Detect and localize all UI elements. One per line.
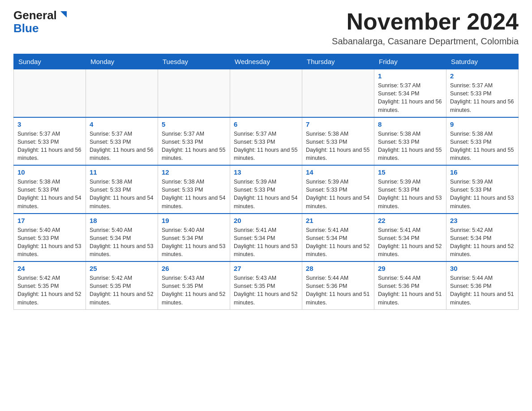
svg-marker-0: [60, 11, 67, 17]
calendar-cell: 27Sunrise: 5:43 AMSunset: 5:35 PMDayligh…: [230, 261, 302, 309]
day-number: 28: [306, 265, 370, 272]
calendar-cell: 3Sunrise: 5:37 AMSunset: 5:33 PMDaylight…: [14, 117, 86, 166]
calendar-cell: 2Sunrise: 5:37 AMSunset: 5:33 PMDaylight…: [446, 69, 519, 117]
day-number: 18: [90, 217, 154, 224]
day-of-week-header: Saturday: [446, 54, 519, 69]
calendar-cell: 23Sunrise: 5:42 AMSunset: 5:34 PMDayligh…: [446, 214, 519, 262]
month-title: November 2024: [332, 9, 519, 34]
day-info: Sunrise: 5:41 AMSunset: 5:34 PMDaylight:…: [234, 226, 298, 259]
calendar-week-row: 24Sunrise: 5:42 AMSunset: 5:35 PMDayligh…: [14, 261, 519, 309]
calendar-cell: 30Sunrise: 5:44 AMSunset: 5:36 PMDayligh…: [446, 261, 519, 309]
title-block: November 2024 Sabanalarga, Casanare Depa…: [332, 9, 519, 47]
calendar-cell: 28Sunrise: 5:44 AMSunset: 5:36 PMDayligh…: [302, 261, 374, 309]
calendar-cell: 25Sunrise: 5:42 AMSunset: 5:35 PMDayligh…: [86, 261, 158, 309]
calendar-cell: 24Sunrise: 5:42 AMSunset: 5:35 PMDayligh…: [14, 261, 86, 309]
day-number: 7: [306, 120, 370, 128]
calendar-cell: 20Sunrise: 5:41 AMSunset: 5:34 PMDayligh…: [230, 214, 302, 262]
day-info: Sunrise: 5:38 AMSunset: 5:33 PMDaylight:…: [306, 130, 370, 163]
calendar-week-row: 1Sunrise: 5:37 AMSunset: 5:34 PMDaylight…: [14, 69, 519, 117]
logo: General Blue: [13, 9, 68, 34]
day-info: Sunrise: 5:39 AMSunset: 5:33 PMDaylight:…: [378, 178, 442, 210]
day-info: Sunrise: 5:39 AMSunset: 5:33 PMDaylight:…: [450, 178, 515, 210]
day-info: Sunrise: 5:37 AMSunset: 5:33 PMDaylight:…: [17, 130, 82, 163]
calendar-cell: 17Sunrise: 5:40 AMSunset: 5:33 PMDayligh…: [14, 214, 86, 262]
calendar-cell: 26Sunrise: 5:43 AMSunset: 5:35 PMDayligh…: [158, 261, 230, 309]
day-info: Sunrise: 5:38 AMSunset: 5:33 PMDaylight:…: [17, 178, 82, 210]
day-number: 5: [162, 120, 226, 128]
day-info: Sunrise: 5:43 AMSunset: 5:35 PMDaylight:…: [162, 274, 226, 307]
day-number: 26: [162, 265, 226, 272]
day-info: Sunrise: 5:38 AMSunset: 5:33 PMDaylight:…: [450, 130, 515, 163]
day-number: 11: [90, 168, 154, 176]
calendar-cell: 4Sunrise: 5:37 AMSunset: 5:33 PMDaylight…: [86, 117, 158, 166]
calendar-cell: 22Sunrise: 5:41 AMSunset: 5:34 PMDayligh…: [374, 214, 446, 262]
day-number: 22: [378, 217, 442, 224]
calendar-cell: [158, 69, 230, 117]
day-of-week-header: Monday: [86, 54, 158, 69]
calendar-cell: 1Sunrise: 5:37 AMSunset: 5:34 PMDaylight…: [374, 69, 446, 117]
calendar-week-row: 17Sunrise: 5:40 AMSunset: 5:33 PMDayligh…: [14, 214, 519, 262]
day-number: 17: [17, 217, 82, 224]
day-info: Sunrise: 5:37 AMSunset: 5:33 PMDaylight:…: [234, 130, 298, 163]
calendar-cell: 29Sunrise: 5:44 AMSunset: 5:36 PMDayligh…: [374, 261, 446, 309]
day-number: 20: [234, 217, 298, 224]
calendar-cell: 21Sunrise: 5:41 AMSunset: 5:34 PMDayligh…: [302, 214, 374, 262]
day-number: 3: [17, 120, 82, 128]
calendar-cell: [230, 69, 302, 117]
calendar-cell: 5Sunrise: 5:37 AMSunset: 5:33 PMDaylight…: [158, 117, 230, 166]
day-info: Sunrise: 5:40 AMSunset: 5:33 PMDaylight:…: [17, 226, 82, 259]
day-number: 8: [378, 120, 442, 128]
day-info: Sunrise: 5:39 AMSunset: 5:33 PMDaylight:…: [306, 178, 370, 210]
day-number: 27: [234, 265, 298, 272]
day-info: Sunrise: 5:44 AMSunset: 5:36 PMDaylight:…: [378, 274, 442, 307]
day-number: 13: [234, 168, 298, 176]
day-number: 19: [162, 217, 226, 224]
calendar-cell: 8Sunrise: 5:38 AMSunset: 5:33 PMDaylight…: [374, 117, 446, 166]
calendar-cell: 15Sunrise: 5:39 AMSunset: 5:33 PMDayligh…: [374, 165, 446, 214]
calendar-cell: 10Sunrise: 5:38 AMSunset: 5:33 PMDayligh…: [14, 165, 86, 214]
day-number: 14: [306, 168, 370, 176]
day-number: 6: [234, 120, 298, 128]
calendar-week-row: 10Sunrise: 5:38 AMSunset: 5:33 PMDayligh…: [14, 165, 519, 214]
calendar-cell: 19Sunrise: 5:40 AMSunset: 5:34 PMDayligh…: [158, 214, 230, 262]
day-number: 25: [90, 265, 154, 272]
day-info: Sunrise: 5:44 AMSunset: 5:36 PMDaylight:…: [450, 274, 515, 307]
calendar-cell: 9Sunrise: 5:38 AMSunset: 5:33 PMDaylight…: [446, 117, 519, 166]
day-number: 2: [450, 72, 515, 80]
day-info: Sunrise: 5:42 AMSunset: 5:35 PMDaylight:…: [17, 274, 82, 307]
day-info: Sunrise: 5:38 AMSunset: 5:33 PMDaylight:…: [378, 130, 442, 163]
day-of-week-header: Friday: [374, 54, 446, 69]
day-info: Sunrise: 5:40 AMSunset: 5:34 PMDaylight:…: [162, 226, 226, 259]
day-info: Sunrise: 5:41 AMSunset: 5:34 PMDaylight:…: [306, 226, 370, 259]
logo-triangle-icon: [58, 9, 68, 19]
calendar-week-row: 3Sunrise: 5:37 AMSunset: 5:33 PMDaylight…: [14, 117, 519, 166]
day-number: 29: [378, 265, 442, 272]
calendar-header-row: SundayMondayTuesdayWednesdayThursdayFrid…: [14, 54, 519, 69]
calendar-cell: 12Sunrise: 5:38 AMSunset: 5:33 PMDayligh…: [158, 165, 230, 214]
day-number: 23: [450, 217, 515, 224]
day-number: 30: [450, 265, 515, 272]
calendar-cell: 18Sunrise: 5:40 AMSunset: 5:34 PMDayligh…: [86, 214, 158, 262]
day-number: 21: [306, 217, 370, 224]
calendar-cell: [302, 69, 374, 117]
day-info: Sunrise: 5:37 AMSunset: 5:33 PMDaylight:…: [450, 81, 515, 114]
day-info: Sunrise: 5:42 AMSunset: 5:34 PMDaylight:…: [450, 226, 515, 259]
day-info: Sunrise: 5:38 AMSunset: 5:33 PMDaylight:…: [162, 178, 226, 210]
day-of-week-header: Wednesday: [230, 54, 302, 69]
calendar-cell: [86, 69, 158, 117]
day-info: Sunrise: 5:41 AMSunset: 5:34 PMDaylight:…: [378, 226, 442, 259]
day-info: Sunrise: 5:37 AMSunset: 5:34 PMDaylight:…: [378, 81, 442, 114]
location-subtitle: Sabanalarga, Casanare Department, Colomb…: [332, 36, 519, 47]
calendar-cell: 7Sunrise: 5:38 AMSunset: 5:33 PMDaylight…: [302, 117, 374, 166]
day-info: Sunrise: 5:42 AMSunset: 5:35 PMDaylight:…: [90, 274, 154, 307]
day-number: 1: [378, 72, 442, 80]
day-number: 16: [450, 168, 515, 176]
calendar-cell: 16Sunrise: 5:39 AMSunset: 5:33 PMDayligh…: [446, 165, 519, 214]
day-number: 12: [162, 168, 226, 176]
calendar-cell: 11Sunrise: 5:38 AMSunset: 5:33 PMDayligh…: [86, 165, 158, 214]
day-info: Sunrise: 5:37 AMSunset: 5:33 PMDaylight:…: [90, 130, 154, 163]
day-info: Sunrise: 5:39 AMSunset: 5:33 PMDaylight:…: [234, 178, 298, 210]
day-number: 10: [17, 168, 82, 176]
day-info: Sunrise: 5:43 AMSunset: 5:35 PMDaylight:…: [234, 274, 298, 307]
day-of-week-header: Thursday: [302, 54, 374, 69]
